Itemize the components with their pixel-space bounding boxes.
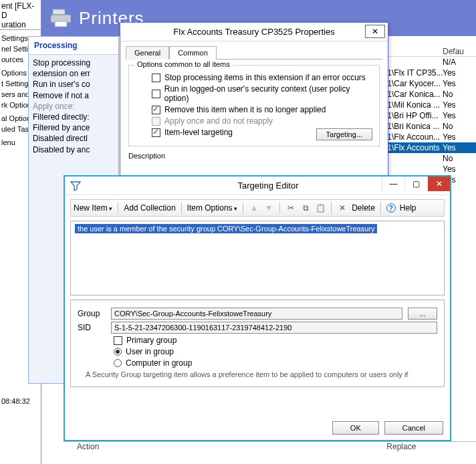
delete-button[interactable]: Delete [352, 203, 375, 213]
tab-common[interactable]: Common [169, 46, 217, 60]
hint-text: A Security Group targeting item allows a… [86, 370, 429, 378]
common-options-group: Options common to all items Stop process… [128, 65, 380, 146]
minimize-button[interactable]: — [382, 177, 404, 191]
printer-row[interactable]: 001\Car Konica...No [378, 89, 476, 100]
properties-dialog: Flx Accounts Treasury CP3525 Properties … [120, 22, 388, 177]
item-options-menu[interactable]: Item Options [187, 203, 238, 213]
copy-icon[interactable]: ⧉ [300, 203, 311, 213]
chk-targeting[interactable] [152, 128, 160, 137]
printer-icon [49, 8, 72, 28]
new-item-menu[interactable]: New Item [74, 203, 112, 213]
ok-button[interactable]: OK [332, 421, 379, 435]
printer-row[interactable]: 001\Bri Konica ...No [378, 121, 476, 132]
status-bar: Action Replace [64, 441, 476, 456]
printer-row[interactable]: No [378, 153, 476, 164]
delete-icon[interactable]: ✕ [337, 203, 348, 213]
radio-computer-in-group[interactable] [114, 359, 122, 367]
funnel-icon [70, 181, 81, 191]
cancel-button[interactable]: Cancel [384, 421, 443, 435]
help-button[interactable]: Help [400, 203, 416, 213]
chk-primary-group[interactable] [114, 336, 122, 345]
help-icon[interactable]: ? [386, 203, 396, 213]
close-button[interactable]: ✕ [427, 177, 450, 191]
printer-row[interactable]: Yes [378, 164, 476, 175]
printer-row[interactable]: 001\Flx IT CP35...Yes [378, 68, 476, 78]
toolbar: New Item Add Collection Item Options ▲ ▼… [70, 199, 445, 217]
targeting-button[interactable]: Targeting... [316, 128, 372, 140]
browse-group-button[interactable]: ... [408, 308, 437, 320]
tab-general[interactable]: General [126, 46, 169, 60]
close-button[interactable]: ✕ [365, 25, 385, 38]
printer-row[interactable]: 001\Bri HP Offi...Yes [378, 110, 476, 121]
description-label: Description [128, 152, 380, 160]
status-time: 08:48:32 [1, 397, 30, 405]
chk-once [152, 117, 160, 126]
maximize-button[interactable]: ▢ [404, 177, 427, 191]
rule-form: Group ... SID Primary group User in grou… [70, 300, 445, 387]
printer-row[interactable]: 001\Car Kyocer...Yes [378, 78, 476, 89]
move-up-icon: ▲ [249, 203, 259, 213]
mmc-title: ent [FLX-D uration [0, 1, 41, 30]
rules-list[interactable]: the user is a member of the security gro… [70, 221, 445, 296]
radio-user-in-group[interactable] [114, 348, 122, 356]
targeting-editor-dialog: Targeting Editor — ▢ ✕ New Item Add Coll… [64, 175, 451, 441]
chk-runas[interactable] [152, 90, 160, 98]
cut-icon[interactable]: ✂ [285, 203, 296, 213]
paste-icon: 📋 [315, 203, 326, 213]
printer-row[interactable]: 001\Flx Accoun...Yes [378, 132, 476, 142]
dialog-title: Flx Accounts Treasury CP3525 Properties [173, 27, 334, 37]
svg-rect-2 [55, 21, 67, 27]
chk-stop[interactable] [152, 74, 160, 82]
add-collection-button[interactable]: Add Collection [124, 203, 175, 213]
printer-list: Defau N/A 001\Flx IT CP35...Yes001\Car K… [378, 47, 476, 185]
rule-item[interactable]: the user is a member of the security gro… [75, 224, 377, 233]
chk-remove[interactable] [152, 106, 160, 114]
processing-heading: Processing [29, 37, 118, 55]
group-field[interactable] [111, 308, 402, 320]
sid-field[interactable] [111, 322, 437, 334]
printer-row[interactable]: 001\Flx Accounts ...Yes [378, 142, 476, 153]
printer-row[interactable]: 001\Mil Konica ...Yes [378, 100, 476, 110]
svg-rect-0 [53, 9, 65, 15]
move-down-icon: ▼ [263, 203, 274, 213]
